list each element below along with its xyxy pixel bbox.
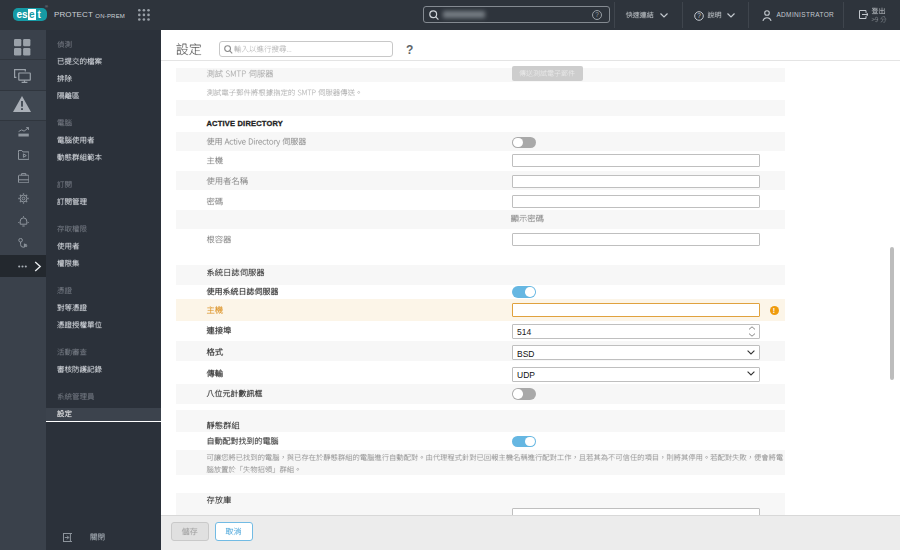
svg-text:?: ? [595, 11, 599, 18]
svg-text:?: ? [697, 12, 701, 19]
